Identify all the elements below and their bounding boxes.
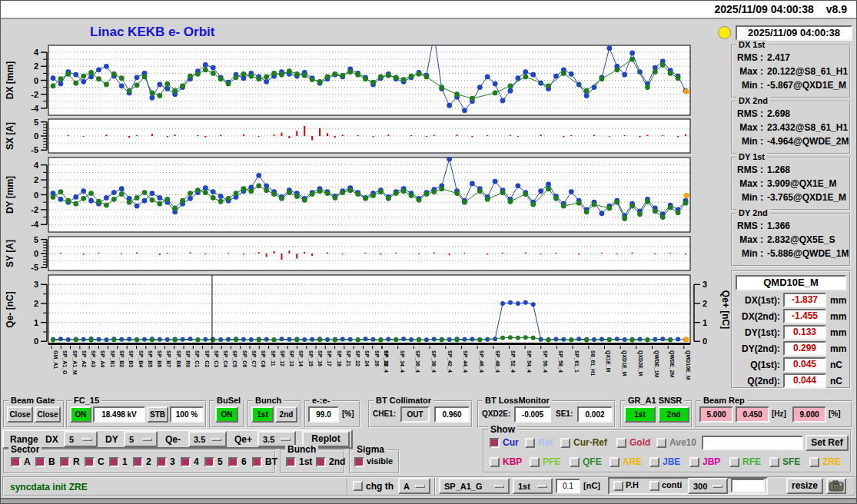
extra-input[interactable] bbox=[731, 479, 765, 492]
show-are-checkbox[interactable] bbox=[610, 457, 619, 467]
option-menu-glyph bbox=[537, 485, 547, 488]
svg-text:5: 5 bbox=[34, 118, 38, 127]
show-jbe-checkbox[interactable] bbox=[649, 457, 659, 467]
fc15-duty-value: 100 % bbox=[170, 406, 204, 423]
svg-text:GM_A1: GM_A1 bbox=[53, 350, 58, 369]
sector-4-checkbox[interactable] bbox=[181, 457, 191, 467]
show-qfe-checkbox[interactable] bbox=[570, 457, 580, 467]
svg-text:QXD1E_M: QXD1E_M bbox=[621, 350, 627, 376]
svg-text:SP_C8: SP_C8 bbox=[261, 350, 266, 367]
show-sfe-checkbox[interactable] bbox=[769, 457, 779, 467]
sector-a-checkbox[interactable] bbox=[11, 457, 21, 467]
busel-on-button[interactable]: ON bbox=[215, 406, 238, 423]
svg-text:SP_C2: SP_C2 bbox=[204, 350, 210, 367]
fc15-stb-button[interactable]: STB bbox=[147, 406, 168, 423]
gr-a1-snsr-group: GR_A1 SNSR 1st 2nd bbox=[620, 400, 693, 428]
bunch-1st-button[interactable]: 1st bbox=[251, 406, 274, 423]
svg-text:SP_C5: SP_C5 bbox=[232, 350, 238, 367]
show-cur-ref-checkbox[interactable] bbox=[560, 438, 570, 448]
svg-text:SP_15: SP_15 bbox=[308, 350, 314, 366]
show-zre-label: ZRE bbox=[822, 456, 841, 467]
range-qem-select[interactable]: 3.5 bbox=[188, 431, 227, 447]
svg-text:Qe+ [nC]: Qe+ [nC] bbox=[720, 290, 731, 329]
sector-c-label: C bbox=[98, 456, 105, 467]
beam-rep-group: Beam Rep 5.000 0.450 [Hz] 9.000 [%] bbox=[696, 400, 852, 428]
qxd2e-label: QXD2E: bbox=[482, 410, 510, 418]
show-cur-checkbox[interactable] bbox=[490, 438, 500, 448]
svg-text:SP_A3: SP_A3 bbox=[91, 350, 96, 367]
sigma-visible-checkbox[interactable] bbox=[354, 457, 364, 467]
sector-1-checkbox[interactable] bbox=[109, 457, 119, 467]
beam-rep-value-2: 0.450 bbox=[736, 406, 769, 423]
option-menu-glyph bbox=[142, 438, 152, 441]
beam-gate-group: Beam Gate Close Close bbox=[3, 400, 65, 428]
fc15-on-button[interactable]: ON bbox=[70, 406, 91, 423]
titlebar-time: 2025/11/09 04:00:38 bbox=[715, 3, 814, 15]
screenshot-button[interactable] bbox=[826, 478, 846, 494]
group-title: Beam Rep bbox=[701, 396, 747, 406]
option-menu-glyph bbox=[494, 485, 504, 488]
sector-4-label: 4 bbox=[194, 456, 199, 467]
statbox-title: DY 2nd bbox=[736, 208, 770, 218]
resize-button[interactable]: resize bbox=[786, 478, 823, 494]
svg-text:SP_13: SP_13 bbox=[289, 350, 294, 366]
sector-6-checkbox[interactable] bbox=[228, 457, 238, 467]
sector-2-checkbox[interactable] bbox=[133, 457, 143, 467]
show-gold-checkbox[interactable] bbox=[616, 438, 626, 448]
range-dy-select[interactable]: 5 bbox=[124, 431, 158, 447]
sigma-group: Sigma visible bbox=[349, 449, 400, 474]
sector-b-checkbox[interactable] bbox=[35, 457, 45, 467]
sector-3-checkbox[interactable] bbox=[157, 457, 167, 467]
bunch-1st-checkbox[interactable] bbox=[286, 457, 296, 467]
acquisition-subgroup: P.H conti 300 bbox=[608, 477, 768, 495]
svg-text:-4: -4 bbox=[31, 220, 39, 229]
beam-gate-close-1-button[interactable]: Close bbox=[7, 406, 33, 423]
sector-r-checkbox[interactable] bbox=[60, 457, 70, 467]
beam-gate-close-2-button[interactable]: Close bbox=[35, 406, 61, 423]
sector-5-checkbox[interactable] bbox=[204, 457, 214, 467]
snsr-2nd-button[interactable]: 2nd bbox=[658, 406, 689, 423]
sector-bt-checkbox[interactable] bbox=[252, 457, 262, 467]
che1-out-state[interactable]: OUT bbox=[400, 406, 430, 423]
show-pfe-checkbox[interactable] bbox=[530, 457, 540, 467]
status-bar: syncdata init ZRE chg th A SP_A1_G 1st [… bbox=[2, 476, 856, 496]
set-ref-button[interactable]: Set Ref bbox=[806, 435, 849, 451]
bunch-2nd-button[interactable]: 2nd bbox=[275, 406, 297, 423]
points-select[interactable]: 300 bbox=[688, 478, 728, 494]
conti-checkbox[interactable] bbox=[649, 481, 659, 491]
ph-checkbox[interactable] bbox=[613, 481, 623, 491]
qmd-row-label: Q(2nd): bbox=[732, 376, 780, 386]
range-dx-label: DX bbox=[45, 434, 58, 445]
svg-text:SP_C3: SP_C3 bbox=[214, 350, 219, 367]
snsr-1st-button[interactable]: 1st bbox=[624, 406, 656, 423]
svg-text:SP_36_4: SP_36_4 bbox=[415, 350, 420, 373]
show-ave10-checkbox[interactable] bbox=[656, 438, 666, 448]
statbox-title: DX 2nd bbox=[736, 96, 770, 106]
range-dy-label: DY bbox=[105, 434, 118, 445]
sp-monitor-select[interactable]: SP_A1_G bbox=[439, 478, 510, 494]
sigma-visible-label: visible bbox=[367, 456, 393, 466]
chg-th-select[interactable]: A bbox=[398, 478, 430, 494]
chg-th-checkbox[interactable] bbox=[353, 481, 363, 491]
svg-text:SP_B8: SP_B8 bbox=[176, 350, 181, 367]
show-zre-checkbox[interactable] bbox=[809, 457, 819, 467]
range-dx-select[interactable]: 5 bbox=[64, 431, 98, 447]
sector-a-label: A bbox=[24, 456, 31, 467]
ee-ratio-value[interactable]: 99.0 bbox=[308, 406, 339, 423]
sector-c-checkbox[interactable] bbox=[85, 457, 95, 467]
show-kbp-checkbox[interactable] bbox=[490, 457, 500, 467]
bunch-number-select[interactable]: 1st bbox=[513, 478, 553, 494]
sector-group: Sector A B R C 1 2 3 4 5 6 BT bbox=[3, 449, 276, 474]
svg-text:SP_14: SP_14 bbox=[298, 350, 304, 366]
qmd-row-value: 0.299 bbox=[783, 341, 826, 356]
show-ref-checkbox[interactable] bbox=[525, 438, 535, 448]
threshold-input[interactable] bbox=[556, 479, 580, 493]
group-title: e-:e- bbox=[310, 396, 332, 406]
bunch-2nd-checkbox[interactable] bbox=[316, 457, 326, 467]
ref-file-input[interactable] bbox=[702, 436, 803, 450]
show-rfe-checkbox[interactable] bbox=[729, 457, 739, 467]
svg-text:SP_B4: SP_B4 bbox=[138, 350, 144, 367]
beam-rep-hz-unit: [Hz] bbox=[772, 410, 786, 418]
sx-steering-plot: 50-5SX [A] bbox=[1, 118, 731, 154]
show-jbp-checkbox[interactable] bbox=[689, 457, 699, 467]
